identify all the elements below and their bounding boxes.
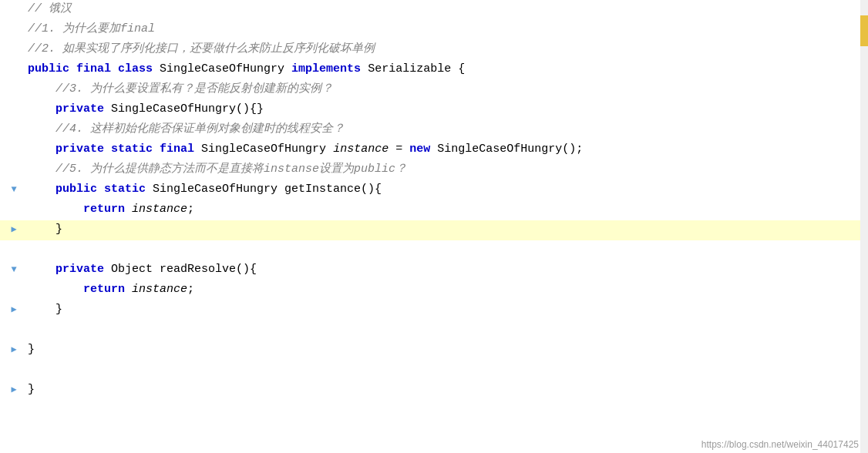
scrollbar-track[interactable]	[860, 0, 868, 453]
gutter-14[interactable]: ▼	[6, 263, 22, 277]
line-17	[0, 320, 868, 341]
line-4: public final class SingleCaseOfHungry im…	[0, 60, 868, 80]
gutter-12[interactable]: ▶	[6, 223, 22, 237]
code-20: }	[28, 381, 868, 399]
code-2: //1. 为什么要加final	[28, 20, 868, 39]
code-10: public static SingleCaseOfHungry getInst…	[28, 180, 868, 199]
code-14: private Object readResolve(){	[28, 260, 868, 279]
line-11: return instance;	[0, 200, 868, 220]
line-6: private SingleCaseOfHungry(){}	[0, 100, 868, 120]
line-1: // 饿汉	[0, 0, 868, 20]
line-9: //5. 为什么提供静态方法而不是直接将instanse设置为public？	[0, 160, 868, 180]
line-15: return instance;	[0, 280, 868, 300]
scrollbar-thumb[interactable]	[860, 15, 868, 46]
code-editor: // 饿汉 //1. 为什么要加final //2. 如果实现了序列化接口，还要…	[0, 0, 868, 453]
code-18: }	[28, 341, 868, 359]
code-16: }	[28, 300, 868, 319]
line-18: ▶ }	[0, 341, 868, 361]
line-10: ▼ public static SingleCaseOfHungry getIn…	[0, 180, 868, 200]
line-7: //4. 这样初始化能否保证单例对象创建时的线程安全？	[0, 120, 868, 140]
line-14: ▼ private Object readResolve(){	[0, 260, 868, 280]
gutter-16[interactable]: ▶	[6, 303, 22, 317]
line-13	[0, 240, 868, 260]
line-16: ▶ }	[0, 300, 868, 320]
gutter-18[interactable]: ▶	[6, 343, 22, 357]
line-5: //3. 为什么要设置私有？是否能反射创建新的实例？	[0, 80, 868, 100]
code-7: //4. 这样初始化能否保证单例对象创建时的线程安全？	[28, 120, 868, 139]
gutter-10[interactable]: ▼	[6, 183, 22, 197]
line-3: //2. 如果实现了序列化接口，还要做什么来防止反序列化破坏单例	[0, 40, 868, 60]
code-15: return instance;	[28, 280, 868, 299]
line-2: //1. 为什么要加final	[0, 20, 868, 40]
line-19	[0, 361, 868, 381]
code-12: }	[28, 220, 868, 239]
code-1: // 饿汉	[28, 0, 868, 18]
watermark: https://blog.csdn.net/weixin_44017425	[701, 439, 859, 450]
code-4: public final class SingleCaseOfHungry im…	[28, 60, 868, 79]
code-content: // 饿汉 //1. 为什么要加final //2. 如果实现了序列化接口，还要…	[0, 0, 868, 401]
code-3: //2. 如果实现了序列化接口，还要做什么来防止反序列化破坏单例	[28, 40, 868, 59]
code-8: private static final SingleCaseOfHungry …	[28, 140, 868, 159]
code-6: private SingleCaseOfHungry(){}	[28, 100, 868, 119]
code-9: //5. 为什么提供静态方法而不是直接将instanse设置为public？	[28, 160, 868, 179]
line-20: ▶ }	[0, 381, 868, 401]
gutter-20[interactable]: ▶	[6, 383, 22, 398]
line-8: private static final SingleCaseOfHungry …	[0, 140, 868, 160]
code-11: return instance;	[28, 200, 868, 219]
code-5: //3. 为什么要设置私有？是否能反射创建新的实例？	[28, 80, 868, 99]
line-12: ▶ }	[0, 220, 868, 240]
